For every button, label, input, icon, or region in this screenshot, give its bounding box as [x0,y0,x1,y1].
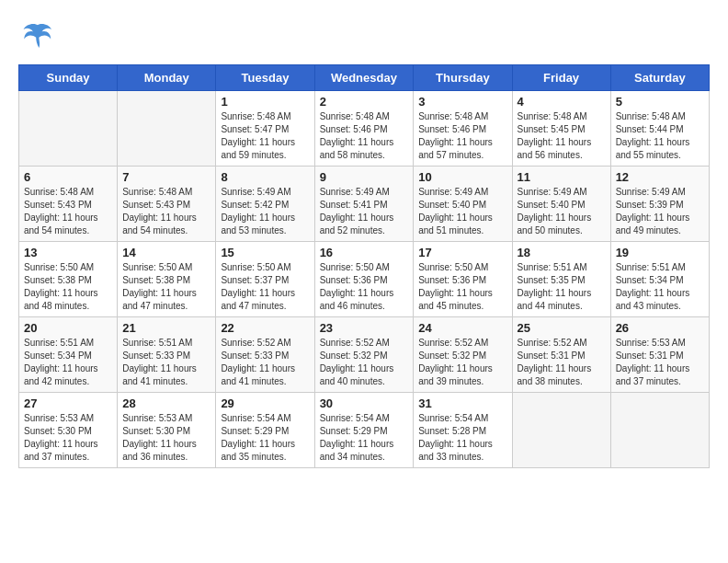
day-info: Sunrise: 5:50 AM Sunset: 5:38 PM Dayligh… [24,261,112,313]
day-info: Sunrise: 5:50 AM Sunset: 5:38 PM Dayligh… [122,261,210,313]
calendar-cell [118,91,216,167]
day-info: Sunrise: 5:54 AM Sunset: 5:28 PM Dayligh… [418,412,506,464]
day-number: 30 [320,396,409,410]
day-number: 14 [122,246,210,259]
day-info: Sunrise: 5:50 AM Sunset: 5:36 PM Dayligh… [418,261,506,313]
day-number: 22 [221,321,309,335]
calendar-cell: 14Sunrise: 5:50 AM Sunset: 5:38 PM Dayli… [118,242,216,317]
day-number: 25 [518,321,606,335]
day-number: 28 [122,396,210,410]
day-number: 20 [24,321,112,335]
calendar-cell: 26Sunrise: 5:53 AM Sunset: 5:31 PM Dayli… [610,317,709,393]
calendar-week-2: 6Sunrise: 5:48 AM Sunset: 5:43 PM Daylig… [19,167,710,242]
day-info: Sunrise: 5:50 AM Sunset: 5:37 PM Dayligh… [221,261,309,313]
day-info: Sunrise: 5:53 AM Sunset: 5:30 PM Dayligh… [122,412,210,464]
weekday-header-friday: Friday [512,65,610,91]
calendar-cell: 24Sunrise: 5:52 AM Sunset: 5:32 PM Dayli… [414,317,512,393]
day-number: 13 [24,246,112,259]
day-number: 29 [221,396,309,410]
calendar-cell: 5Sunrise: 5:48 AM Sunset: 5:44 PM Daylig… [610,91,709,167]
day-info: Sunrise: 5:53 AM Sunset: 5:31 PM Dayligh… [616,337,704,388]
calendar-cell: 11Sunrise: 5:49 AM Sunset: 5:40 PM Dayli… [512,167,610,242]
day-number: 6 [24,170,112,184]
day-info: Sunrise: 5:49 AM Sunset: 5:41 PM Dayligh… [320,186,409,237]
day-info: Sunrise: 5:51 AM Sunset: 5:34 PM Dayligh… [616,261,704,313]
weekday-header-sunday: Sunday [19,65,118,91]
day-info: Sunrise: 5:48 AM Sunset: 5:46 PM Dayligh… [418,110,506,162]
calendar-cell: 19Sunrise: 5:51 AM Sunset: 5:34 PM Dayli… [610,242,709,317]
calendar-cell: 16Sunrise: 5:50 AM Sunset: 5:36 PM Dayli… [314,242,414,317]
day-info: Sunrise: 5:52 AM Sunset: 5:32 PM Dayligh… [418,337,506,388]
logo-bird-icon [18,18,55,55]
logo [18,18,59,55]
calendar-cell: 20Sunrise: 5:51 AM Sunset: 5:34 PM Dayli… [19,317,118,393]
day-number: 18 [518,246,606,259]
day-info: Sunrise: 5:51 AM Sunset: 5:35 PM Dayligh… [518,261,606,313]
day-info: Sunrise: 5:54 AM Sunset: 5:29 PM Dayligh… [320,412,409,464]
weekday-header-monday: Monday [118,65,216,91]
day-info: Sunrise: 5:49 AM Sunset: 5:39 PM Dayligh… [616,186,704,237]
calendar-cell: 8Sunrise: 5:49 AM Sunset: 5:42 PM Daylig… [216,167,314,242]
day-info: Sunrise: 5:48 AM Sunset: 5:47 PM Dayligh… [221,110,309,162]
day-info: Sunrise: 5:48 AM Sunset: 5:43 PM Dayligh… [24,186,112,237]
calendar-cell: 6Sunrise: 5:48 AM Sunset: 5:43 PM Daylig… [19,167,118,242]
day-number: 15 [221,246,309,259]
calendar-cell: 17Sunrise: 5:50 AM Sunset: 5:36 PM Dayli… [414,242,512,317]
day-info: Sunrise: 5:51 AM Sunset: 5:33 PM Dayligh… [122,337,210,388]
day-number: 21 [122,321,210,335]
calendar-cell: 18Sunrise: 5:51 AM Sunset: 5:35 PM Dayli… [512,242,610,317]
day-number: 1 [221,95,309,109]
weekday-header-saturday: Saturday [610,65,709,91]
calendar-cell [610,393,709,468]
weekday-header-thursday: Thursday [414,65,512,91]
calendar-cell: 10Sunrise: 5:49 AM Sunset: 5:40 PM Dayli… [414,167,512,242]
calendar-week-1: 1Sunrise: 5:48 AM Sunset: 5:47 PM Daylig… [19,91,710,167]
day-info: Sunrise: 5:52 AM Sunset: 5:32 PM Dayligh… [320,337,409,388]
day-number: 31 [418,396,506,410]
calendar-cell: 7Sunrise: 5:48 AM Sunset: 5:43 PM Daylig… [118,167,216,242]
day-info: Sunrise: 5:49 AM Sunset: 5:40 PM Dayligh… [418,186,506,237]
day-number: 7 [122,170,210,184]
day-number: 11 [518,170,606,184]
calendar-cell [512,393,610,468]
day-info: Sunrise: 5:49 AM Sunset: 5:42 PM Dayligh… [221,186,309,237]
calendar-week-5: 27Sunrise: 5:53 AM Sunset: 5:30 PM Dayli… [19,393,710,468]
calendar-cell: 1Sunrise: 5:48 AM Sunset: 5:47 PM Daylig… [216,91,314,167]
calendar-cell: 31Sunrise: 5:54 AM Sunset: 5:28 PM Dayli… [414,393,512,468]
calendar-cell: 30Sunrise: 5:54 AM Sunset: 5:29 PM Dayli… [314,393,414,468]
calendar-cell: 13Sunrise: 5:50 AM Sunset: 5:38 PM Dayli… [19,242,118,317]
calendar-cell: 21Sunrise: 5:51 AM Sunset: 5:33 PM Dayli… [118,317,216,393]
calendar-cell: 28Sunrise: 5:53 AM Sunset: 5:30 PM Dayli… [118,393,216,468]
day-info: Sunrise: 5:48 AM Sunset: 5:45 PM Dayligh… [518,110,606,162]
day-info: Sunrise: 5:49 AM Sunset: 5:40 PM Dayligh… [518,186,606,237]
header [18,18,710,55]
day-info: Sunrise: 5:53 AM Sunset: 5:30 PM Dayligh… [24,412,112,464]
calendar-cell: 27Sunrise: 5:53 AM Sunset: 5:30 PM Dayli… [19,393,118,468]
day-number: 5 [616,95,704,109]
calendar-cell [19,91,118,167]
day-number: 27 [24,396,112,410]
day-info: Sunrise: 5:54 AM Sunset: 5:29 PM Dayligh… [221,412,309,464]
day-number: 9 [320,170,409,184]
day-number: 17 [418,246,506,259]
day-info: Sunrise: 5:48 AM Sunset: 5:44 PM Dayligh… [616,110,704,162]
calendar-cell: 4Sunrise: 5:48 AM Sunset: 5:45 PM Daylig… [512,91,610,167]
day-number: 24 [418,321,506,335]
day-number: 16 [320,246,409,259]
day-info: Sunrise: 5:51 AM Sunset: 5:34 PM Dayligh… [24,337,112,388]
day-number: 19 [616,246,704,259]
calendar-week-4: 20Sunrise: 5:51 AM Sunset: 5:34 PM Dayli… [19,317,710,393]
day-info: Sunrise: 5:52 AM Sunset: 5:33 PM Dayligh… [221,337,309,388]
day-info: Sunrise: 5:52 AM Sunset: 5:31 PM Dayligh… [518,337,606,388]
calendar-cell: 12Sunrise: 5:49 AM Sunset: 5:39 PM Dayli… [610,167,709,242]
day-number: 23 [320,321,409,335]
calendar-cell: 3Sunrise: 5:48 AM Sunset: 5:46 PM Daylig… [414,91,512,167]
day-number: 8 [221,170,309,184]
day-number: 4 [518,95,606,109]
weekday-header-row: SundayMondayTuesdayWednesdayThursdayFrid… [19,65,710,91]
calendar-cell: 23Sunrise: 5:52 AM Sunset: 5:32 PM Dayli… [314,317,414,393]
day-info: Sunrise: 5:50 AM Sunset: 5:36 PM Dayligh… [320,261,409,313]
day-info: Sunrise: 5:48 AM Sunset: 5:43 PM Dayligh… [122,186,210,237]
day-number: 26 [616,321,704,335]
calendar-cell: 22Sunrise: 5:52 AM Sunset: 5:33 PM Dayli… [216,317,314,393]
